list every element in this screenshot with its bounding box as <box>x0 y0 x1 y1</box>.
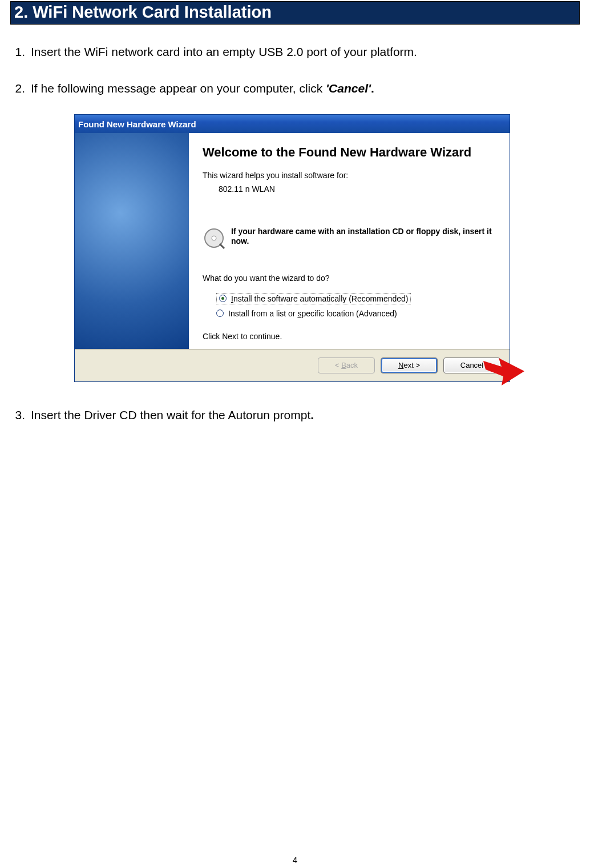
underline: I <box>231 294 233 303</box>
page-number: 4 <box>0 855 590 865</box>
radio-icon <box>216 310 224 317</box>
svg-marker-2 <box>483 358 524 385</box>
step-text: Insert the WiFi network card into an emp… <box>31 42 580 62</box>
wizard-cd-text: If your hardware came with an installati… <box>231 227 497 247</box>
underline: s <box>297 309 301 318</box>
step-3: 3. Insert the Driver CD then wait for th… <box>10 405 580 425</box>
step-number: 3. <box>10 405 31 425</box>
button-label: Next > <box>398 361 420 369</box>
wizard-side-graphic <box>75 133 189 349</box>
step-number: 1. <box>10 42 31 62</box>
wizard-click-next: Click Next to continue. <box>203 332 497 341</box>
radio-install-specific[interactable]: Install from a list or specific location… <box>216 309 497 318</box>
section-header: 2. WiFi Network Card Installation <box>10 1 580 25</box>
wizard-device-name: 802.11 n WLAN <box>219 184 497 194</box>
wizard-title: Found New Hardware Wizard <box>78 119 196 129</box>
step-number: 2. <box>10 78 31 99</box>
underline: N <box>398 361 403 369</box>
radio-icon <box>219 295 227 302</box>
svg-point-1 <box>212 236 216 240</box>
wizard-titlebar: Found New Hardware Wizard <box>75 115 510 133</box>
step-text-bold: 'Cancel' <box>326 82 371 95</box>
step-text: Insert the Driver CD then wait for the A… <box>31 405 580 425</box>
back-button: < Back <box>318 357 375 373</box>
wizard-question: What do you want the wizard to do? <box>203 274 497 283</box>
radio-label: Install the software automatically (Reco… <box>231 294 408 303</box>
wizard-footer: < Back Next > Cancel <box>75 349 510 381</box>
radio-label: Install from a list or specific location… <box>228 309 397 318</box>
step-2: 2. If he following message appear on you… <box>10 78 580 99</box>
wizard-helps-text: This wizard helps you install software f… <box>203 171 497 180</box>
step-text-prefix: If he following message appear on your c… <box>31 82 326 95</box>
step-text: If he following message appear on your c… <box>31 78 580 99</box>
button-label: < Back <box>335 361 358 369</box>
step-text-suffix: . <box>310 408 314 421</box>
step-1: 1. Insert the WiFi network card into an … <box>10 42 580 62</box>
next-button[interactable]: Next > <box>381 357 438 373</box>
step-text-main: Insert the Driver CD then wait for the A… <box>31 408 310 421</box>
red-arrow-annotation <box>479 352 524 387</box>
cd-icon <box>203 227 225 250</box>
step-text-suffix: . <box>371 82 374 95</box>
radio-install-auto[interactable]: Install the software automatically (Reco… <box>216 293 411 304</box>
wizard-heading: Welcome to the Found New Hardware Wizard <box>203 144 497 160</box>
underline: B <box>341 361 346 369</box>
wizard-screenshot: Found New Hardware Wizard Welcome to the… <box>74 114 510 382</box>
